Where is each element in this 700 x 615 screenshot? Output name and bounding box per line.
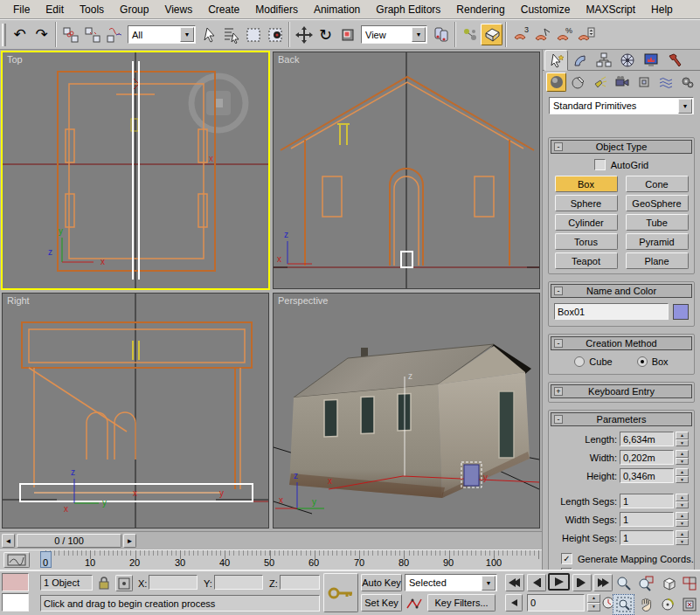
tab-hierarchy[interactable] xyxy=(592,50,615,71)
spinner-up-icon[interactable]: ▲ xyxy=(676,468,689,476)
keyboard-shortcut-override-toggle-icon[interactable] xyxy=(481,24,502,45)
viewport-perspective[interactable]: Perspective xyxy=(273,293,540,529)
width-segs-field[interactable] xyxy=(620,512,674,527)
time-slider-next-button[interactable]: ► xyxy=(123,534,136,548)
time-slider-handle[interactable]: 0 / 100 xyxy=(17,534,121,548)
unlink-selection-icon[interactable] xyxy=(81,24,103,45)
expand-icon[interactable]: + xyxy=(554,387,563,396)
set-key-button[interactable]: Set Key xyxy=(361,594,402,612)
collapse-icon[interactable]: - xyxy=(554,142,563,151)
object-name-input[interactable] xyxy=(558,307,665,317)
length-input[interactable] xyxy=(623,434,670,445)
y-coordinate-input[interactable] xyxy=(218,577,260,588)
selection-lock-toggle-icon[interactable] xyxy=(98,576,110,591)
creation-method-box[interactable]: Box xyxy=(637,356,669,367)
object-name-field[interactable] xyxy=(554,303,669,320)
absolute-offset-mode-toggle[interactable] xyxy=(115,575,133,591)
menu-help[interactable]: Help xyxy=(643,2,681,17)
track-bar-ruler[interactable]: 0 10 20 30 40 50 60 70 80 90 100 xyxy=(31,550,540,570)
angle-snap-toggle-icon[interactable] xyxy=(531,24,553,45)
spinner-down-icon[interactable]: ▼ xyxy=(676,476,689,484)
play-animation-button[interactable] xyxy=(548,573,570,591)
menu-customize[interactable]: Customize xyxy=(513,2,579,17)
cylinder-button[interactable]: Cylinder xyxy=(555,214,618,231)
creation-method-cube[interactable]: Cube xyxy=(574,356,612,367)
spinner-up-icon[interactable]: ▲ xyxy=(676,494,689,501)
selection-filter-dropdown[interactable]: All ▼ xyxy=(128,25,196,44)
category-shapes-icon[interactable] xyxy=(568,73,588,92)
spinner-down-icon[interactable]: ▼ xyxy=(587,603,600,612)
geosphere-button[interactable]: GeoSphere xyxy=(626,195,689,211)
redo-icon[interactable]: ↷ xyxy=(31,24,52,45)
menu-create[interactable]: Create xyxy=(200,2,247,17)
dropdown-arrow-icon[interactable]: ▼ xyxy=(180,27,194,42)
category-spacewarps-icon[interactable] xyxy=(655,73,676,92)
plane-button[interactable]: Plane xyxy=(626,252,689,269)
next-frame-button[interactable] xyxy=(572,574,592,591)
use-pivot-point-center-icon[interactable] xyxy=(430,24,452,45)
z-coordinate-field[interactable] xyxy=(280,575,320,590)
current-frame-input[interactable] xyxy=(530,598,581,608)
snaps-toggle-3d-icon[interactable]: 3 xyxy=(509,24,531,45)
cube-radio[interactable] xyxy=(574,356,585,367)
bind-to-space-warp-icon[interactable] xyxy=(103,24,125,45)
menu-maxscript[interactable]: MAXScript xyxy=(578,2,643,17)
length-segs-input[interactable] xyxy=(623,496,670,507)
torus-button[interactable]: Torus xyxy=(555,233,618,250)
open-mini-curve-editor-button[interactable] xyxy=(3,552,30,568)
spinner-down-icon[interactable]: ▼ xyxy=(676,520,689,528)
height-segs-field[interactable] xyxy=(620,530,674,545)
zoom-extents-icon[interactable] xyxy=(656,573,678,594)
viewport-back-label[interactable]: Back xyxy=(278,54,299,65)
zoom-all-icon[interactable] xyxy=(634,573,656,594)
rollout-parameters-header[interactable]: - Parameters xyxy=(551,412,692,426)
width-field[interactable] xyxy=(620,450,674,465)
tube-button[interactable]: Tube xyxy=(626,214,689,231)
height-field[interactable] xyxy=(620,468,674,483)
arc-rotate-icon[interactable] xyxy=(656,594,678,615)
maximize-viewport-toggle-icon[interactable] xyxy=(678,594,700,615)
maxscript-macro-recorder[interactable] xyxy=(2,573,29,591)
spinner-down-icon[interactable]: ▼ xyxy=(676,501,689,509)
menu-file[interactable]: File xyxy=(5,2,38,17)
rollout-creation-method-header[interactable]: - Creation Method xyxy=(551,336,692,350)
viewport-right-label[interactable]: Right xyxy=(7,295,30,306)
cone-button[interactable]: Cone xyxy=(626,176,689,192)
category-helpers-icon[interactable] xyxy=(634,73,654,92)
menu-views[interactable]: Views xyxy=(156,2,200,17)
frame-spinner[interactable]: ▲▼ xyxy=(587,594,600,612)
dropdown-arrow-icon[interactable]: ▼ xyxy=(482,576,496,591)
menu-graph-editors[interactable]: Graph Editors xyxy=(368,2,448,17)
select-object-icon[interactable] xyxy=(198,24,220,45)
spinner-up-icon[interactable]: ▲ xyxy=(676,450,689,458)
rollout-name-color-header[interactable]: - Name and Color xyxy=(551,284,692,298)
undo-icon[interactable]: ↶ xyxy=(9,24,31,45)
reference-coordinate-system-dropdown[interactable]: View ▼ xyxy=(361,25,427,44)
x-coordinate-input[interactable] xyxy=(152,577,194,588)
select-by-name-icon[interactable] xyxy=(220,24,242,45)
collapse-icon[interactable]: - xyxy=(554,339,563,348)
region-zoom-icon[interactable] xyxy=(613,594,634,615)
sphere-button[interactable]: Sphere xyxy=(555,195,618,211)
zoom-icon[interactable] xyxy=(613,573,634,594)
previous-frame-button[interactable] xyxy=(527,574,546,591)
select-and-scale-icon[interactable] xyxy=(336,24,358,45)
teapot-button[interactable]: Teapot xyxy=(555,252,618,269)
current-frame-field[interactable] xyxy=(527,594,585,612)
rollout-keyboard-entry-header[interactable]: + Keyboard Entry xyxy=(551,384,692,398)
rectangular-selection-region-icon[interactable] xyxy=(242,24,264,45)
x-coordinate-field[interactable] xyxy=(149,575,198,590)
length-segs-field[interactable] xyxy=(620,494,674,508)
y-coordinate-field[interactable] xyxy=(214,575,263,590)
auto-key-button[interactable]: Auto Key xyxy=(361,574,402,591)
time-slider-prev-button[interactable]: ◄ xyxy=(2,534,15,548)
category-geometry-icon[interactable] xyxy=(546,73,566,92)
collapse-icon[interactable]: - xyxy=(554,287,563,295)
object-color-swatch[interactable] xyxy=(673,304,689,320)
viewport-back[interactable]: Back xyxy=(273,52,540,289)
spinner-down-icon[interactable]: ▼ xyxy=(676,538,689,546)
pan-hand-icon[interactable] xyxy=(634,594,656,615)
z-coordinate-input[interactable] xyxy=(283,577,316,588)
select-and-rotate-icon[interactable]: ↻ xyxy=(315,24,336,45)
height-spinner[interactable]: ▲▼ xyxy=(676,468,689,483)
